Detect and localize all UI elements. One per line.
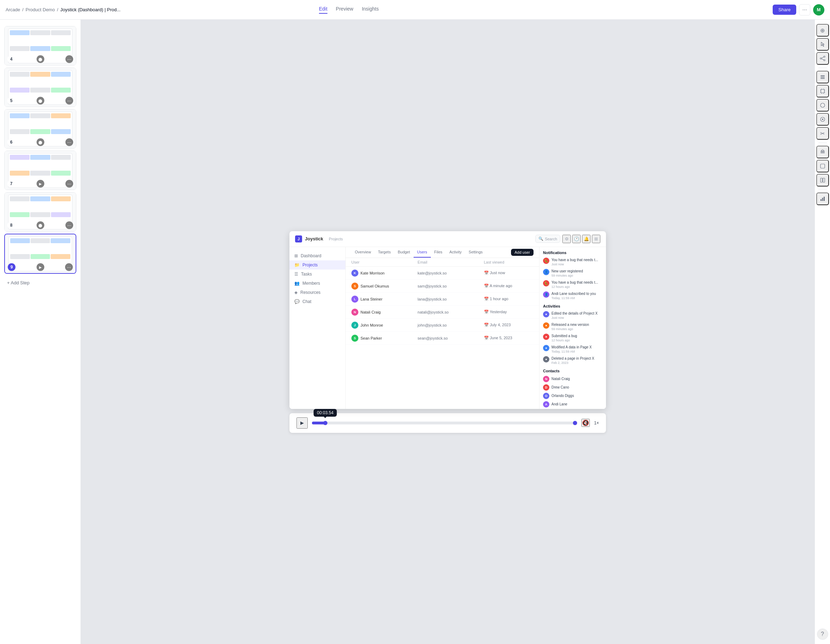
slide-video-btn[interactable]: ▶ [36,263,44,271]
time-tooltip: 00:03.54 [314,409,337,417]
toolbar-cut-btn[interactable]: ✂ [816,127,829,140]
toolbar-stack-btn[interactable] [816,146,829,159]
slide-item[interactable]: 5 ⬤ ··· [4,68,76,107]
tab-preview[interactable]: Preview [336,6,353,14]
timeline[interactable]: 00:03.54 [312,422,577,424]
tab-edit[interactable]: Edit [319,6,328,14]
sidebar-item-chat[interactable]: 💬 Chat [290,297,345,306]
contact-item[interactable]: O Orlando Diggs [543,393,602,399]
slide-item-active[interactable]: 9 ▶ ··· [4,234,76,274]
sidebar-item-tasks[interactable]: ☰ Tasks [290,270,345,279]
sidebar-item-dashboard[interactable]: ⊞ Dashboard [290,251,345,260]
slide-controls: 4 ⬤ ··· [5,55,76,63]
sidebar-item-members[interactable]: 👥 Members [290,279,345,288]
add-step-button[interactable]: + Add Step [0,276,81,290]
slide-item[interactable]: 6 ⬤ ··· [4,109,76,149]
toolbar-book-btn[interactable] [816,174,829,187]
tab-insights[interactable]: Insights [362,6,379,14]
notification-item: 👤 Andi Lane subscribed to you Today, 11:… [543,291,602,300]
notif-message: You have a bug that needs t... [551,258,602,262]
slide-more-btn[interactable]: ··· [65,221,73,229]
sidebar-item-projects[interactable]: 📁 Projects [290,260,345,270]
tab-settings[interactable]: Settings [465,247,486,258]
slide-item[interactable]: 4 ⬤ ··· [4,26,76,65]
user-name: Kate Morrison [361,271,384,275]
activity-message: Submitted a bug [551,334,602,338]
tab-files[interactable]: Files [431,247,446,258]
slide-item[interactable]: 8 ⬤ ··· [4,192,76,232]
activities-title: Activities [543,304,602,308]
play-button[interactable]: ▶ [296,417,308,428]
notif-text: Andi Lane subscribed to you Today, 11:59… [551,291,602,300]
bell-icon-btn[interactable]: 🔔 [582,235,591,243]
slide-camera-btn[interactable]: ⬤ [36,97,44,105]
breadcrumb-arcade[interactable]: Arcade [6,7,20,12]
breadcrumb-sep1: / [22,7,24,12]
toolbar-share-btn[interactable] [816,52,829,65]
toolbar-cursor-btn[interactable]: ⊕ [816,24,829,36]
tab-users[interactable]: Users [413,247,431,258]
slide-item[interactable]: 7 ▶ ··· [4,151,76,190]
search-box[interactable]: 🔍 Search [535,235,560,243]
toolbar-layers-btn[interactable] [816,71,829,83]
table-row[interactable]: K Kate Morrison kate@joystick.so 📅 Just … [346,267,539,280]
contact-item[interactable]: A Andi Lane [543,401,602,408]
user-email: kate@joystick.so [417,271,483,275]
toolbar-circle-btn[interactable] [816,99,829,111]
table-row[interactable]: L Lana Steiner lana@joystick.so 📅 1 hour… [346,293,539,306]
activity-item: ● Released a new version 59 minutes ago [543,322,602,331]
toolbar-flip-btn[interactable] [816,160,829,173]
video-controls: ▶ 00:03.54 🔇 1× [290,413,606,433]
slide-more-btn[interactable]: ··· [65,138,73,146]
slide-more-btn[interactable]: ··· [65,180,73,187]
activity-time: 59 minutes ago [551,327,602,331]
slide-camera-btn[interactable]: ⬤ [36,138,44,146]
app-table: User Email Last viewed K Kate Morrison k… [346,258,539,345]
app-search: 🔍 Search ⚙ 🕐 🔔 ⊞ [535,235,600,243]
activity-text: Released a new version 59 minutes ago [551,322,602,331]
activity-message: Deleted a page in Project X [551,356,602,361]
slide-controls: 6 ⬤ ··· [5,138,76,146]
tab-overview[interactable]: Overview [351,247,375,258]
contact-name: Natali Craig [551,377,570,381]
slide-more-btn[interactable]: ··· [65,263,73,271]
add-user-button[interactable]: Add user [511,249,534,256]
activities-list: ● Edited the details of Project X Just n… [543,311,602,365]
slide-more-btn[interactable]: ··· [65,97,73,105]
layout-icon-btn[interactable]: ⊞ [592,235,600,243]
svg-point-2 [824,59,825,61]
app-body: ⊞ Dashboard 📁 Projects ☰ Tasks 👥 Members [290,247,606,409]
more-button[interactable]: ··· [799,4,810,16]
tab-activity[interactable]: Activity [446,247,465,258]
settings-icon-btn[interactable]: ⚙ [562,235,571,243]
notif-message: New user registered [551,269,602,273]
slide-camera-btn[interactable]: ⬤ [36,221,44,229]
table-row[interactable]: J John Monroe john@joystick.so 📅 July 4,… [346,319,539,332]
timeline-handle[interactable] [323,421,328,425]
contact-item[interactable]: N Natali Craig [543,376,602,382]
toolbar-divider [818,68,827,68]
table-row[interactable]: S Sean Parker sean@joystick.so 📅 June 5,… [346,332,539,345]
contact-item[interactable]: D Drew Cano [543,384,602,391]
toolbar-target-btn[interactable] [816,113,829,125]
table-row[interactable]: S Samuel Okumus sam@joystick.so 📅 A minu… [346,280,539,293]
sidebar-item-resources[interactable]: ◈ Resources [290,288,345,297]
table-row[interactable]: N Natali Craig natali@joystick.so 📅 Yest… [346,306,539,319]
slide-more-btn[interactable]: ··· [65,55,73,63]
toolbar-frame-btn[interactable] [816,85,829,97]
clock-icon-btn[interactable]: 🕐 [572,235,581,243]
breadcrumb-product-demo[interactable]: Product Demo [26,7,55,12]
user-last-viewed: 📅 July 4, 2023 [484,323,534,327]
share-button[interactable]: Share [773,5,796,15]
slide-video-btn[interactable]: ▶ [36,180,44,187]
mute-button[interactable]: 🔇 [581,419,590,427]
tab-targets[interactable]: Targets [375,247,394,258]
tab-budget[interactable]: Budget [394,247,413,258]
help-button[interactable]: ? [817,628,828,640]
timeline-end-handle[interactable] [573,421,577,425]
toolbar-chart-btn[interactable] [816,192,829,205]
toolbar-pointer-btn[interactable] [816,38,829,51]
avatar[interactable]: M [813,4,824,16]
slide-camera-btn[interactable]: ⬤ [36,55,44,63]
speed-button[interactable]: 1× [594,420,599,425]
